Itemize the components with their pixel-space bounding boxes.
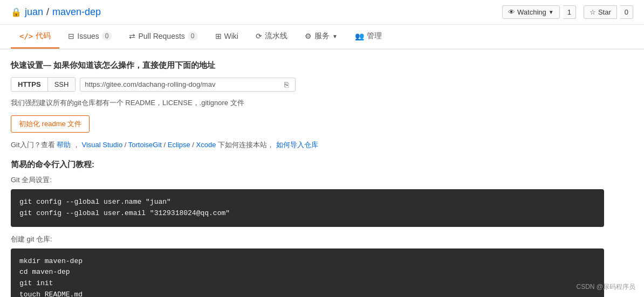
main-content: 快速设置— 如果你知道该怎么操作，直接使用下面的地址 HTTPS SSH ⎘ 我… xyxy=(0,50,615,297)
create-repo-label: 创建 git 仓库: xyxy=(11,234,604,244)
xcode-link[interactable]: Xcode xyxy=(196,141,216,149)
tab-manage-label: 管理 xyxy=(367,31,382,41)
issues-icon: ⊟ xyxy=(68,32,74,40)
tab-code[interactable]: </> 代码 xyxy=(11,25,59,49)
url-row: HTTPS SSH ⎘ xyxy=(11,77,604,92)
slash2: / xyxy=(164,141,168,149)
tortoise-link[interactable]: TortoiseGit xyxy=(128,141,162,149)
tab-service[interactable]: ⚙ 服务 ▼ xyxy=(296,25,346,49)
eye-icon: 👁 xyxy=(508,8,515,16)
eclipse-link[interactable]: Eclipse xyxy=(168,141,190,149)
slash1: / xyxy=(125,141,128,149)
quick-setup-title: 快速设置— 如果你知道该怎么操作，直接使用下面的地址 xyxy=(11,60,604,71)
separator: / xyxy=(46,6,49,18)
code-line-1-0: git config --global user.name "juan" xyxy=(19,197,595,208)
tab-pr-label: Pull Requests xyxy=(138,32,184,40)
nav-tabs: </> 代码 ⊟ Issues 0 ⇄ Pull Requests 0 ⊞ Wi… xyxy=(0,25,644,49)
tab-service-label: 服务 xyxy=(314,31,330,41)
issues-badge: 0 xyxy=(102,32,112,40)
tab-manage[interactable]: 👥 管理 xyxy=(346,25,390,49)
tutorial-title: 简易的命令行入门教程: xyxy=(11,160,604,170)
repo-link[interactable]: maven-dep xyxy=(52,6,101,18)
git-intro-text-middle: 下如何连接本站， xyxy=(218,141,274,149)
wiki-icon: ⊞ xyxy=(215,32,222,40)
tab-pipeline[interactable]: ⟳ 流水线 xyxy=(247,25,296,49)
git-intro: Git入门？查看 帮助 ， Visual Studio / TortoiseGi… xyxy=(11,140,604,150)
watch-label: Watching xyxy=(517,8,546,16)
code-icon: </> xyxy=(19,32,33,40)
url-input-wrap: ⎘ xyxy=(80,78,296,92)
tab-wiki[interactable]: ⊞ Wiki xyxy=(207,25,247,48)
code-line-1-1: git config --global user.email "31293180… xyxy=(19,208,595,219)
repo-title: 🔒 juan / maven-dep xyxy=(11,6,101,18)
code-line-2-2: git init xyxy=(19,278,595,289)
star-label: Star xyxy=(598,8,611,16)
tab-issues[interactable]: ⊟ Issues 0 xyxy=(59,25,120,48)
service-icon: ⚙ xyxy=(305,32,312,40)
git-intro-text-before: Git入门？查看 xyxy=(11,141,55,149)
watch-count: 1 xyxy=(563,5,576,19)
url-input[interactable] xyxy=(85,80,282,88)
chevron-down-icon: ▼ xyxy=(549,9,554,15)
watch-button[interactable]: 👁 Watching ▼ xyxy=(502,5,560,19)
https-toggle-btn[interactable]: HTTPS xyxy=(11,78,48,91)
code-block-2: mkdir maven-dep cd maven-dep git init to… xyxy=(11,248,604,297)
copy-url-button[interactable]: ⎘ xyxy=(282,80,291,89)
pr-badge: 0 xyxy=(188,32,198,40)
header-actions: 👁 Watching ▼ 1 ☆ Star 0 xyxy=(502,5,633,19)
vs-link[interactable]: Visual Studio xyxy=(82,141,123,149)
copy-icon: ⎘ xyxy=(284,80,289,89)
pr-icon: ⇄ xyxy=(129,32,135,40)
tab-code-label: 代码 xyxy=(36,31,51,41)
star-icon: ☆ xyxy=(590,8,596,16)
slash3: / xyxy=(192,141,196,149)
manage-icon: 👥 xyxy=(355,32,364,40)
url-toggle: HTTPS SSH xyxy=(11,77,76,92)
owner-link[interactable]: juan xyxy=(25,6,43,18)
lock-icon: 🔒 xyxy=(11,7,22,17)
watermark: CSDN @尿码程序员 xyxy=(576,282,635,292)
git-intro-sep1: ， xyxy=(73,141,80,149)
chevron-down-icon: ▼ xyxy=(332,33,338,39)
ssh-toggle-btn[interactable]: SSH xyxy=(48,78,76,91)
tab-pull-requests[interactable]: ⇄ Pull Requests 0 xyxy=(120,25,206,48)
pipeline-icon: ⟳ xyxy=(256,32,262,40)
tab-wiki-label: Wiki xyxy=(224,32,238,40)
recommend-text: 我们强烈建议所有的git仓库都有一个 README，LICENSE，.gitig… xyxy=(11,98,604,108)
global-setup-label: Git 全局设置: xyxy=(11,175,604,185)
code-line-2-3: touch README.md xyxy=(19,289,595,297)
code-block-1: git config --global user.name "juan" git… xyxy=(11,189,604,227)
tab-pipeline-label: 流水线 xyxy=(265,31,287,41)
top-header: 🔒 juan / maven-dep 👁 Watching ▼ 1 ☆ Star… xyxy=(0,0,644,25)
import-link[interactable]: 如何导入仓库 xyxy=(276,141,318,149)
star-button[interactable]: ☆ Star xyxy=(584,5,617,19)
tab-issues-label: Issues xyxy=(77,32,99,40)
help-link[interactable]: 帮助 xyxy=(57,141,71,149)
star-count: 0 xyxy=(620,5,633,19)
code-line-2-1: cd maven-dep xyxy=(19,267,595,278)
init-readme-button[interactable]: 初始化 readme 文件 xyxy=(11,115,90,133)
code-line-2-0: mkdir maven-dep xyxy=(19,256,595,267)
